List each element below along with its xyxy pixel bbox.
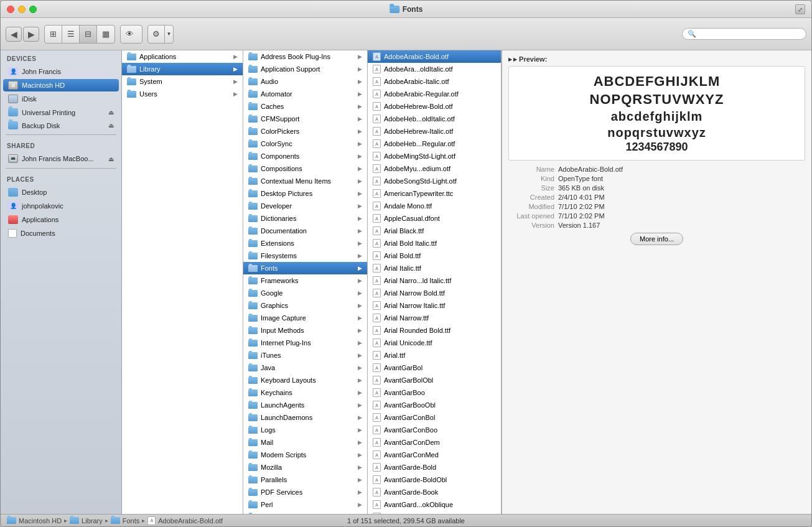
- font-list-item[interactable]: AArial Italic.ttf: [368, 262, 501, 274]
- font-list-item[interactable]: AArial Rounded Bold.ttf: [368, 324, 501, 337]
- font-list-item[interactable]: AAdobeArabic-Regular.otf: [368, 88, 501, 100]
- close-button[interactable]: [7, 6, 14, 13]
- view-coverflow-button[interactable]: ▦: [97, 26, 114, 43]
- col2-item[interactable]: Mozilla▶: [243, 461, 367, 473]
- sidebar-item-idisk[interactable]: iDisk: [3, 93, 119, 105]
- font-list-item[interactable]: AAndale Mono.ttf: [368, 200, 501, 212]
- font-list-item[interactable]: AAvantGarConBol: [368, 411, 501, 424]
- font-list-item[interactable]: AAvantGarBoo: [368, 386, 501, 399]
- dropdown-arrow[interactable]: ▼: [165, 26, 173, 43]
- font-list-item[interactable]: AAdobeHebrew-Bold.otf: [368, 100, 501, 113]
- col2-item[interactable]: Logs▶: [243, 424, 367, 436]
- sidebar-item-johnpolakovic[interactable]: 👤 johnpolakovic: [3, 200, 119, 212]
- back-button[interactable]: ◀: [6, 27, 22, 42]
- font-list-item[interactable]: AAvantGard...okOblique: [368, 498, 501, 511]
- font-list-item[interactable]: AAdobeHebrew-Italic.otf: [368, 125, 501, 138]
- col2-item[interactable]: Parallels▶: [243, 473, 367, 486]
- col2-item[interactable]: Fonts▶: [243, 262, 367, 274]
- col2-item[interactable]: Filesystems▶: [243, 250, 367, 262]
- font-list-item[interactable]: AArial Black.ttf: [368, 225, 501, 237]
- col2-item[interactable]: CFMSupport▶: [243, 113, 367, 125]
- gear-icon[interactable]: ⚙: [148, 26, 165, 43]
- col1-item[interactable]: Applications▶: [122, 50, 243, 63]
- font-list-item[interactable]: AAvantGarBol: [368, 361, 501, 374]
- col2-item[interactable]: Internet Plug-Ins▶: [243, 337, 367, 349]
- minimize-button[interactable]: [18, 6, 26, 13]
- col2-item[interactable]: Address Book Plug-Ins▶: [243, 50, 367, 63]
- col1-item[interactable]: Users▶: [122, 88, 243, 100]
- font-list-item[interactable]: AAdobeHeb...oldItalic.otf: [368, 113, 501, 125]
- col2-item[interactable]: Audio▶: [243, 75, 367, 88]
- col2-item[interactable]: Application Support▶: [243, 63, 367, 75]
- col2-item[interactable]: Dictionaries▶: [243, 212, 367, 225]
- font-list-item[interactable]: AArial Bold Italic.ttf: [368, 237, 501, 250]
- font-list-item[interactable]: AArial Bold.ttf: [368, 250, 501, 262]
- search-box[interactable]: 🔍: [682, 28, 806, 40]
- col2-item[interactable]: Modem Scripts▶: [243, 449, 367, 461]
- col2-item[interactable]: Input Methods▶: [243, 324, 367, 337]
- eject-icon[interactable]: ⏏: [108, 109, 114, 116]
- font-list-item[interactable]: AAdobeArabic-Bold.otf: [368, 50, 501, 63]
- col2-item[interactable]: PDF Services▶: [243, 486, 367, 498]
- font-list-item[interactable]: AAdobeHeb...Regular.otf: [368, 138, 501, 150]
- col2-item[interactable]: Compositions▶: [243, 162, 367, 175]
- font-list-item[interactable]: AAmericanTypewriter.ttc: [368, 187, 501, 200]
- font-list-item[interactable]: AArial Narrow Italic.ttf: [368, 299, 501, 312]
- col2-item[interactable]: Google▶: [243, 287, 367, 299]
- col2-item[interactable]: ColorPickers▶: [243, 125, 367, 138]
- sidebar-item-backup-disk[interactable]: Backup Disk ⏏: [3, 119, 119, 131]
- col2-item[interactable]: LaunchAgents▶: [243, 399, 367, 411]
- eject-icon[interactable]: ⏏: [108, 156, 114, 162]
- resize-icon[interactable]: ⤢: [795, 4, 805, 14]
- col2-item[interactable]: Keychains▶: [243, 386, 367, 399]
- search-input[interactable]: [699, 30, 798, 38]
- font-list-item[interactable]: AAvantGarConDem: [368, 436, 501, 449]
- col2-item[interactable]: Java▶: [243, 361, 367, 374]
- font-list-item[interactable]: AAvantGarde-BoldObl: [368, 473, 501, 486]
- view-icon-button[interactable]: ⊞: [45, 26, 62, 43]
- font-list-item[interactable]: AAvantGarConBoo: [368, 424, 501, 436]
- font-list-item[interactable]: AAvantGarde-Book: [368, 486, 501, 498]
- quicklook-button[interactable]: 👁: [120, 25, 142, 44]
- font-list-item[interactable]: AAdobeArabic-Italic.otf: [368, 75, 501, 88]
- font-list-item[interactable]: AAdobeSongStd-Light.otf: [368, 175, 501, 187]
- sidebar-item-documents[interactable]: Documents: [3, 227, 119, 240]
- col2-item[interactable]: Graphics▶: [243, 299, 367, 312]
- col2-item[interactable]: Extensions▶: [243, 237, 367, 250]
- col2-item[interactable]: Components▶: [243, 150, 367, 162]
- font-list-item[interactable]: AAdobeAra...oldItalic.otf: [368, 63, 501, 75]
- more-info-button[interactable]: More info...: [630, 233, 683, 245]
- view-columns-button[interactable]: ⊟: [80, 26, 97, 43]
- col2-item[interactable]: Developer▶: [243, 200, 367, 212]
- col2-item[interactable]: Contextual Menu Items▶: [243, 175, 367, 187]
- font-list-item[interactable]: AArial Narrow Bold.ttf: [368, 287, 501, 299]
- font-list-item[interactable]: AAdobeMyu...edium.otf: [368, 162, 501, 175]
- col2-item[interactable]: LaunchDaemons▶: [243, 411, 367, 424]
- sidebar-item-john-macbook[interactable]: 💻 John Francis MacBoo... ⏏: [3, 152, 119, 165]
- font-list-item[interactable]: AAvantGarBooObl: [368, 399, 501, 411]
- col2-item[interactable]: Perl▶: [243, 498, 367, 511]
- eye-icon[interactable]: 👁: [121, 26, 138, 43]
- view-list-button[interactable]: ☰: [62, 26, 80, 43]
- col2-item[interactable]: Keyboard Layouts▶: [243, 374, 367, 386]
- col2-item[interactable]: Frameworks▶: [243, 274, 367, 287]
- col2-item[interactable]: Documentation▶: [243, 225, 367, 237]
- sidebar-item-macintosh-hd[interactable]: 🖥 Macintosh HD: [3, 79, 119, 91]
- col2-item[interactable]: Caches▶: [243, 100, 367, 113]
- col2-item[interactable]: Automator▶: [243, 88, 367, 100]
- maximize-button[interactable]: [29, 6, 37, 13]
- sidebar-item-john-francis[interactable]: 👤 John Francis: [3, 65, 119, 78]
- col1-item[interactable]: Library▶: [122, 63, 243, 75]
- font-list-item[interactable]: AAppleCasual.dfont: [368, 212, 501, 225]
- col2-item[interactable]: Desktop Pictures▶: [243, 187, 367, 200]
- font-list-item[interactable]: AArial Narro...ld Italic.ttf: [368, 274, 501, 287]
- forward-button[interactable]: ▶: [23, 27, 39, 42]
- sidebar-item-desktop[interactable]: Desktop: [3, 186, 119, 198]
- col2-item[interactable]: iTunes▶: [243, 349, 367, 361]
- font-list-item[interactable]: AAvantGarde-Bold: [368, 461, 501, 473]
- font-list-item[interactable]: AAvantGarBolObl: [368, 374, 501, 386]
- col2-item[interactable]: Mail▶: [243, 436, 367, 449]
- font-list-item[interactable]: AAdobeMingStd-Light.otf: [368, 150, 501, 162]
- font-list-item[interactable]: AArial Narrow.ttf: [368, 312, 501, 324]
- sidebar-item-applications[interactable]: Applications: [3, 213, 119, 226]
